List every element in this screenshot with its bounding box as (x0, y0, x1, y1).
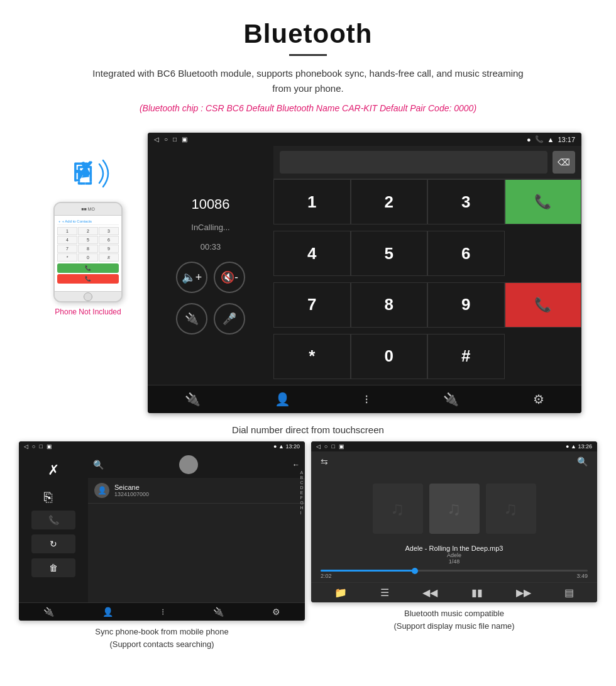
dial-input-field[interactable] (280, 151, 547, 174)
music-status-right: ● ▲ 13:26 (566, 443, 592, 450)
key-star[interactable]: * (273, 334, 351, 379)
progress-fill (321, 570, 414, 572)
key-5[interactable]: 5 (351, 231, 428, 276)
call-button[interactable]: 📞 (505, 179, 582, 224)
music-progress: 2:02 3:49 (311, 570, 597, 582)
phonebook-status-bar: ◁ ○ □ ▣ ● ▲ 13:20 (19, 441, 305, 451)
search-dot (179, 455, 198, 474)
folder-icon[interactable]: 📁 (334, 587, 347, 599)
pb-recents-icon: □ (39, 443, 42, 450)
phonebook-sidebar: ✗ ⎘ 📞 ↻ 🗑 (19, 451, 88, 602)
current-time: 2:02 (321, 573, 332, 579)
nav-settings[interactable]: ⚙ (533, 392, 544, 407)
page-title: Bluetooth (13, 19, 603, 49)
music-info: Adele - Rolling In the Deep.mp3 Adele 1/… (311, 545, 597, 570)
dial-controls-row1: 🔈+ 🔇- (176, 262, 245, 293)
phone-key-hash: # (99, 253, 119, 262)
status-bar-left: ◁ ○ □ ▣ (154, 136, 187, 143)
equalizer-icon[interactable]: ▤ (564, 587, 574, 599)
phone-mockup: ■■ MO + + Add to Contacts 1 2 3 4 5 6 7 … (53, 202, 123, 302)
bluetooth-active-icon: ⎘ (44, 487, 63, 506)
dial-keypad-panel: ⌫ 1 2 3 📞 4 5 6 7 8 9 📞 (273, 146, 581, 385)
transfer-button[interactable]: 🔌 (176, 303, 207, 335)
phone-top-bar: ■■ MO (55, 203, 121, 216)
title-divider (289, 54, 327, 56)
main-status-bar: ◁ ○ □ ▣ ● 📞 ▲ 13:17 (148, 133, 581, 146)
music-album-arts: ♫ ♫ ♫ (311, 467, 597, 545)
phone-status-text: ■■ MO (81, 207, 95, 211)
main-android-screen: ◁ ○ □ ▣ ● 📞 ▲ 13:17 10086 InCalling... 0… (148, 133, 581, 413)
dial-input-row: ⌫ (273, 146, 581, 179)
pb-status-left: ◁ ○ □ ▣ (24, 443, 52, 450)
contact-info: Seicane 13241007000 (114, 484, 149, 497)
pb-nav-settings[interactable]: ⚙ (272, 607, 280, 617)
key-hash[interactable]: # (427, 334, 505, 379)
nav-screen-transfer[interactable]: 🔌 (443, 392, 459, 407)
pb-call-button[interactable]: 📞 (31, 511, 75, 529)
key-8[interactable]: 8 (351, 282, 428, 328)
header-description: Integrated with BC6 Bluetooth module, su… (88, 66, 528, 96)
music-artist: Adele (317, 552, 591, 558)
total-time: 3:49 (576, 573, 588, 579)
album-art-center: ♫ (429, 484, 480, 534)
phone-end-button: 📞 (57, 274, 119, 284)
pb-nav-call[interactable]: 🔌 (43, 607, 54, 617)
key-9[interactable]: 9 (427, 282, 505, 328)
search-music-icon[interactable]: 🔍 (577, 456, 588, 467)
pb-delete-button[interactable]: 🗑 (31, 558, 75, 577)
nav-contacts[interactable]: 👤 (275, 392, 290, 407)
backspace-button[interactable]: ⌫ (553, 151, 575, 174)
phone-side: ✗ ⎘ ■■ MO + + Add to Contacts 1 (35, 133, 141, 316)
volume-down-button[interactable]: 🔇- (214, 262, 245, 293)
music-recents-icon: □ (331, 443, 334, 450)
phone-bottom-bar (55, 291, 121, 301)
chip-info: (Bluetooth chip : CSR BC6 Default Blueto… (88, 101, 528, 115)
key-6[interactable]: 6 (427, 231, 505, 276)
plus-icon: + (58, 219, 61, 223)
call-icon: 📞 (534, 194, 551, 210)
mute-button[interactable]: 🎤 (214, 303, 245, 335)
progress-times: 2:02 3:49 (321, 573, 588, 579)
contact-number: 13241007000 (114, 491, 149, 497)
playlist-icon[interactable]: ☰ (380, 587, 389, 599)
phone-key-3: 3 (99, 227, 119, 235)
nav-keypad[interactable]: ⁝ (365, 392, 368, 407)
dial-controls-row2: 🔌 🎤 (176, 303, 245, 335)
pb-nav-transfer[interactable]: 🔌 (213, 607, 224, 617)
shuffle-icon[interactable]: ⇆ (321, 456, 328, 467)
phone-dialpad: 1 2 3 4 5 6 7 8 9 * 0 # (57, 227, 119, 262)
phone-call-button: 📞 (57, 263, 119, 273)
music-panel: ◁ ○ □ ▣ ● ▲ 13:26 ⇆ 🔍 ♫ (311, 441, 597, 655)
next-track-icon[interactable]: ▶▶ (516, 587, 531, 599)
contact-item[interactable]: 👤 Seicane 13241007000 (88, 478, 305, 504)
home-nav-icon: ○ (164, 136, 168, 143)
key-2[interactable]: 2 (351, 179, 428, 224)
main-bottom-nav: 🔌 👤 ⁝ 🔌 ⚙ (148, 385, 581, 413)
key-7[interactable]: 7 (273, 282, 351, 328)
volume-up-button[interactable]: 🔈+ (176, 262, 207, 293)
key-4[interactable]: 4 (273, 231, 351, 276)
key-3[interactable]: 3 (427, 179, 505, 224)
phonebook-main: 🔍 ← 👤 Seicane 13241007000 A (88, 451, 305, 602)
music-caption: Bluetooth music compatible (Support disp… (390, 602, 517, 637)
pb-nav-contacts[interactable]: 👤 (102, 607, 113, 617)
play-pause-icon[interactable]: ▮▮ (471, 587, 483, 599)
end-call-button[interactable]: 📞 (505, 282, 582, 328)
music-menu-icon: ▣ (339, 443, 344, 450)
prev-track-icon[interactable]: ◀◀ (422, 587, 437, 599)
bluetooth-symbol-icon: ✗ (75, 158, 94, 184)
keypad-grid: 1 2 3 📞 4 5 6 7 8 9 📞 * 0 (273, 179, 581, 385)
album-art-left: ♫ (373, 484, 423, 534)
music-status-left: ◁ ○ □ ▣ (316, 443, 344, 450)
pb-sync-button[interactable]: ↻ (31, 534, 75, 553)
nav-call-transfer[interactable]: 🔌 (185, 392, 201, 407)
bluetooth-icon-container: ✗ ⎘ (63, 152, 113, 196)
phonebook-search-bar: 🔍 ← (88, 451, 305, 478)
phone-key-8: 8 (78, 245, 98, 253)
key-1[interactable]: 1 (273, 179, 351, 224)
key-0[interactable]: 0 (351, 334, 428, 379)
music-home-icon: ○ (324, 443, 327, 450)
pb-nav-keypad[interactable]: ⁝ (162, 607, 164, 617)
pb-home-icon: ○ (32, 443, 35, 450)
phone-add-contact: + + Add to Contacts (57, 218, 119, 225)
